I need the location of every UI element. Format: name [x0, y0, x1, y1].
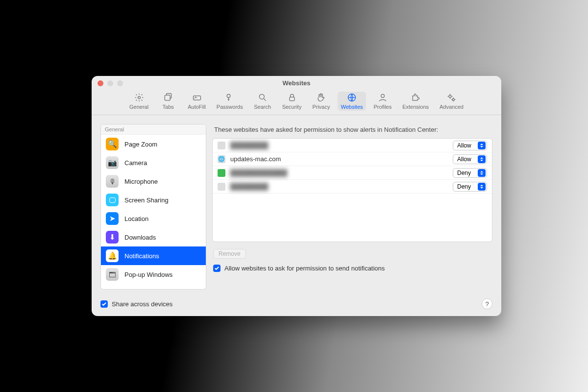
- sidebar-item-notifications[interactable]: 🔔 Notifications: [101, 246, 206, 265]
- detail-pane: These websites have asked for permission…: [212, 124, 492, 290]
- svg-point-3: [227, 94, 230, 98]
- website-row[interactable]: 🌐 updates-mac.com Allow: [213, 152, 492, 166]
- tab-passwords[interactable]: Passwords: [214, 92, 246, 111]
- remove-button[interactable]: Remove: [213, 249, 246, 259]
- gear-icon: [134, 93, 145, 102]
- svg-point-0: [138, 97, 140, 99]
- download-icon: ⬇: [106, 231, 119, 244]
- hand-icon: [316, 93, 326, 102]
- site-favicon: [218, 169, 225, 177]
- stepper-arrows-icon: [478, 142, 486, 149]
- svg-rect-1: [165, 95, 171, 100]
- tab-general[interactable]: General: [126, 92, 151, 111]
- stepper-arrows-icon: [478, 155, 486, 163]
- site-favicon: [218, 183, 225, 191]
- svg-point-4: [259, 94, 264, 99]
- site-name: ████████████: [230, 169, 448, 176]
- window-title: Websites: [283, 79, 311, 87]
- allow-ask-label: Allow websites to ask for permission to …: [224, 265, 385, 272]
- svg-point-9: [453, 98, 455, 100]
- globe-icon: [346, 93, 357, 102]
- popup-icon: 🗔: [106, 268, 119, 281]
- zoom-icon: 🔍: [106, 138, 119, 150]
- microphone-icon: 🎙: [106, 175, 119, 188]
- bell-icon: 🔔: [106, 249, 119, 262]
- site-name: ████████: [230, 142, 448, 149]
- svg-point-8: [449, 95, 451, 98]
- stepper-arrows-icon: [478, 169, 486, 177]
- tab-websites[interactable]: Websites: [338, 92, 366, 111]
- close-window-button[interactable]: [98, 80, 103, 86]
- zoom-window-button[interactable]: [117, 80, 123, 86]
- site-favicon: 🌐: [218, 155, 225, 163]
- detail-actions: Remove Allow websites to ask for permiss…: [212, 249, 492, 272]
- tab-privacy[interactable]: Privacy: [309, 92, 333, 111]
- checkbox-checked-icon: [213, 265, 220, 272]
- sidebar-section-label: General: [101, 124, 206, 135]
- permission-select[interactable]: Deny: [453, 182, 487, 192]
- permission-select[interactable]: Allow: [453, 141, 487, 150]
- pencil-box-icon: [192, 93, 202, 102]
- tab-tabs[interactable]: Tabs: [156, 92, 180, 111]
- sidebar-item-location[interactable]: ➤ Location: [101, 209, 206, 228]
- help-button[interactable]: ?: [482, 298, 492, 309]
- tab-extensions[interactable]: Extensions: [399, 92, 432, 111]
- site-name: ████████: [230, 183, 448, 190]
- share-across-devices-row[interactable]: Share across devices: [100, 300, 172, 308]
- website-row[interactable]: ████████████ Deny: [213, 166, 492, 180]
- titlebar: Websites: [92, 76, 501, 90]
- checkbox-checked-icon: [100, 300, 108, 308]
- tab-autofill[interactable]: AutoFill: [185, 92, 209, 111]
- sidebar-item-downloads[interactable]: ⬇ Downloads: [101, 228, 206, 246]
- tab-profiles[interactable]: Profiles: [371, 92, 395, 111]
- svg-point-7: [381, 94, 385, 98]
- permission-select[interactable]: Allow: [453, 154, 487, 164]
- share-across-devices-label: Share across devices: [112, 300, 172, 308]
- websites-sidebar: General 🔍 Page Zoom 📷 Camera 🎙 Microphon…: [100, 124, 206, 290]
- camera-icon: 📷: [106, 156, 119, 169]
- minimize-window-button[interactable]: [107, 80, 113, 86]
- search-icon: [257, 93, 268, 102]
- sidebar-item-camera[interactable]: 📷 Camera: [101, 153, 206, 172]
- stepper-arrows-icon: [478, 183, 486, 191]
- preferences-window: Websites General Tabs AutoFill Passwords…: [92, 76, 501, 316]
- puzzle-icon: [410, 93, 421, 102]
- sidebar-item-page-zoom[interactable]: 🔍 Page Zoom: [101, 135, 206, 153]
- gears-icon: [446, 93, 457, 102]
- person-icon: [377, 93, 388, 102]
- sidebar-item-screen-sharing[interactable]: 🖵 Screen Sharing: [101, 191, 206, 209]
- screen-icon: 🖵: [106, 194, 119, 206]
- allow-ask-checkbox-row[interactable]: Allow websites to ask for permission to …: [213, 265, 492, 272]
- window-footer: Share across devices ?: [92, 296, 501, 316]
- websites-list: ████████ Allow 🌐 updates-mac.com Allow █…: [212, 138, 492, 242]
- tab-advanced[interactable]: Advanced: [437, 92, 466, 111]
- key-icon: [224, 93, 235, 102]
- site-name: updates-mac.com: [230, 155, 448, 163]
- tab-security[interactable]: Security: [279, 92, 305, 111]
- sidebar-item-microphone[interactable]: 🎙 Microphone: [101, 172, 206, 191]
- preferences-toolbar: General Tabs AutoFill Passwords Search S…: [92, 90, 501, 115]
- tab-search[interactable]: Search: [251, 92, 274, 111]
- content-area: General 🔍 Page Zoom 📷 Camera 🎙 Microphon…: [92, 115, 501, 296]
- tabs-icon: [163, 93, 173, 102]
- svg-rect-2: [193, 96, 200, 100]
- website-row[interactable]: ████████ Allow: [213, 139, 492, 152]
- website-row[interactable]: ████████ Deny: [213, 180, 492, 194]
- sidebar-item-popup-windows[interactable]: 🗔 Pop-up Windows: [101, 265, 206, 284]
- location-icon: ➤: [106, 212, 119, 225]
- window-controls: [98, 80, 123, 86]
- lock-icon: [287, 93, 297, 102]
- svg-rect-5: [290, 97, 294, 101]
- permission-select[interactable]: Deny: [453, 168, 487, 178]
- site-favicon: [218, 142, 225, 149]
- detail-description: These websites have asked for permission…: [214, 126, 492, 133]
- help-icon: ?: [485, 300, 489, 308]
